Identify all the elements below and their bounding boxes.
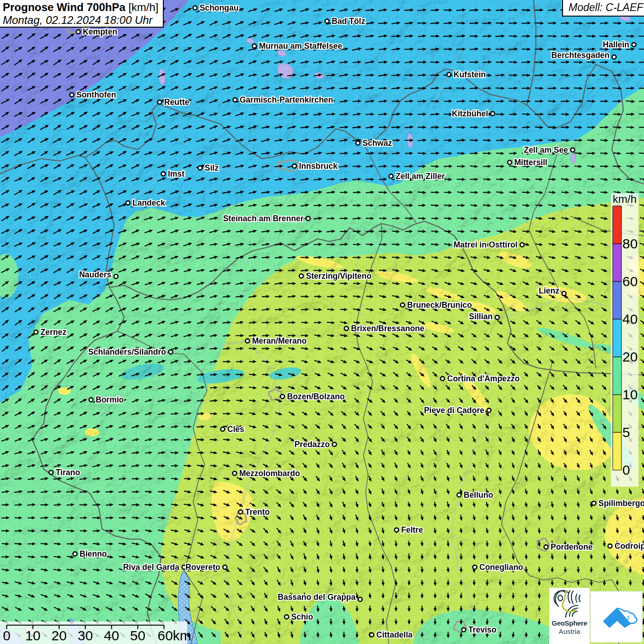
wind-arrow-shaft [15, 557, 18, 557]
wind-arrow-shaft [443, 88, 449, 89]
wind-arrow-shaft [275, 231, 280, 232]
city-marker [632, 43, 636, 47]
wind-arrow-shaft [41, 492, 45, 492]
wind-arrow-shaft [184, 466, 188, 466]
city: Riva del Garda [123, 563, 186, 572]
wind-arrow-shaft [418, 231, 423, 231]
wind-arrow-shaft [431, 205, 436, 206]
wind-arrow-shaft [404, 36, 410, 36]
wind-arrow-shaft [15, 569, 19, 570]
wind-arrow-shaft [331, 606, 331, 608]
wind-arrow-shaft [586, 36, 592, 36]
city-marker [193, 6, 197, 10]
city: Sterzing/Vipiteno [299, 271, 372, 281]
wind-arrow-shaft [421, 515, 422, 517]
wind-arrow-shaft [484, 257, 487, 257]
wind-arrow-shaft [562, 192, 566, 193]
wind-arrow-shaft [578, 489, 578, 491]
wind-arrow-shaft [353, 270, 357, 270]
city-marker [389, 174, 393, 178]
wind-arrow-shaft [28, 557, 32, 557]
wind-arrow-shaft [366, 36, 371, 37]
wind-arrow-shaft [638, 75, 644, 75]
wind-arrow-shaft [369, 567, 370, 569]
wind-arrow-shaft [522, 231, 526, 231]
city-marker [358, 598, 362, 602]
wind-arrow-shaft [236, 374, 240, 375]
wind-arrow-shaft [575, 205, 578, 206]
wind-arrow-shaft [317, 567, 318, 570]
wind-arrow-shaft [418, 49, 423, 50]
city-label: Riva del Garda [123, 563, 179, 572]
wind-arrow-shaft [447, 476, 448, 478]
wind-arrow-shaft [562, 231, 565, 231]
wind-arrow-shaft [344, 580, 344, 582]
wind-arrow-shaft [366, 192, 371, 193]
legend: km/h806040201050 [611, 193, 638, 487]
wind-arrow-shaft [353, 153, 357, 154]
wind-arrow-shaft [382, 528, 383, 530]
wind-arrow-shaft [431, 49, 436, 50]
wind-arrow-shaft [158, 504, 162, 505]
wind-arrow-shaft [119, 557, 123, 557]
wind-arrow-shaft [145, 453, 149, 453]
wind-arrow-shaft [339, 88, 345, 89]
wind-arrow-shaft [369, 515, 370, 518]
wind-arrow-shaft [15, 479, 19, 479]
wind-arrow-shaft [288, 361, 292, 362]
wind-arrow-shaft [314, 127, 319, 128]
wind-arrow-shaft [483, 218, 487, 218]
wind-arrow-shaft [470, 101, 476, 102]
wind-arrow-shaft [392, 257, 397, 258]
wind-arrow-shaft [379, 257, 383, 258]
city-label: Kitzbühel [452, 109, 488, 118]
wind-arrow-shaft [460, 515, 461, 518]
city-label: Mittersill [514, 158, 547, 167]
wind-arrow-shaft [145, 518, 150, 518]
wind-arrow-shaft [561, 140, 566, 140]
wind-arrow-shaft [301, 335, 305, 336]
wind-arrow-shaft [600, 205, 605, 206]
wind-arrow-shaft [522, 49, 527, 50]
wind-arrow-shaft [145, 479, 150, 479]
city: Bassano del Grappa [278, 592, 362, 602]
wind-arrow-shaft [409, 567, 409, 569]
wind-arrow-shaft [535, 244, 540, 244]
wind-arrow-shaft [366, 88, 371, 89]
wind-arrow-shaft [547, 36, 553, 36]
city-label: Zell am See [524, 145, 569, 155]
wind-arrow-shaft [509, 192, 513, 193]
wind-arrow-shaft [275, 258, 280, 258]
wind-arrow-shaft [508, 88, 514, 89]
wind-arrow-shaft [448, 528, 448, 530]
city-label: Bassano del Grappa [278, 592, 356, 602]
city-label: Bad Tölz [332, 17, 365, 26]
wind-arrow-shaft [171, 414, 175, 414]
wind-arrow-shaft [444, 23, 449, 23]
wind-arrow-shaft [447, 489, 448, 491]
wind-arrow-shaft [66, 492, 71, 492]
wind-arrow-shaft [301, 270, 305, 271]
city: Garmisch-Partenkirchen [233, 95, 334, 104]
wind-arrow-shaft [496, 10, 501, 11]
wind-arrow-shaft [639, 192, 644, 192]
wind-arrow-shaft [197, 362, 201, 362]
wind-arrow-shaft [262, 283, 266, 284]
scalebar-label: 30 [78, 628, 93, 643]
city-marker [169, 350, 173, 354]
city-label: Meran/Merano [252, 336, 307, 345]
model-label: Modell: C-LAEF [562, 0, 644, 17]
wind-arrow-shaft [366, 231, 371, 232]
wind-arrow-shaft [418, 75, 423, 75]
wind-arrow-shaft [382, 541, 383, 544]
wind-arrow-shaft [473, 515, 474, 517]
wind-arrow-shaft [119, 543, 123, 544]
wind-arrow-shaft [435, 554, 435, 556]
wind-arrow-shaft [509, 101, 514, 102]
wind-arrow-shaft [184, 388, 188, 388]
wind-arrow-shaft [1, 492, 6, 493]
city-label: Pordenone [551, 542, 593, 552]
wind-arrow-shaft [301, 322, 305, 323]
wind-arrow-shaft [548, 49, 553, 50]
wind-arrow-shaft [291, 606, 292, 609]
